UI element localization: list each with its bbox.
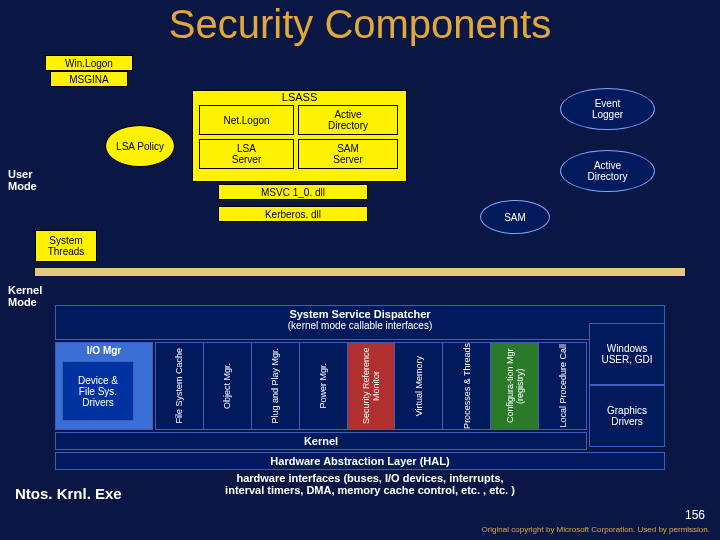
lsa-policy-oval: LSA Policy <box>105 125 175 167</box>
kcol-file-system-cache: File System Cache <box>155 342 204 430</box>
page-number: 156 <box>685 508 705 522</box>
drivers-box: Device & File Sys. Drivers <box>62 361 134 421</box>
kernel-mode-label: Kernel Mode <box>8 284 42 308</box>
dispatcher-sub: (kernel mode callable interfaces) <box>56 320 664 331</box>
kernel-bar: Kernel <box>55 432 587 450</box>
msvc-box: MSVC 1_0. dll <box>218 184 368 200</box>
kerberos-box: Kerberos. dll <box>218 206 368 222</box>
kcol-power-mgr: Power Mgr. <box>300 342 348 430</box>
sam-server-box: SAM Server <box>298 139 398 169</box>
hal-bar: Hardware Abstraction Layer (HAL) <box>55 452 665 470</box>
lsass-title: LSASS <box>193 91 406 103</box>
dispatcher-title: System Service Dispatcher <box>56 308 664 320</box>
kcol-config-mgr: Configura-tion Mgr (registry) <box>491 342 539 430</box>
mode-divider <box>35 268 685 276</box>
netlogon-box: Net.Logon <box>199 105 294 135</box>
hardware-interfaces-text: hardware interfaces (buses, I/O devices,… <box>160 472 580 496</box>
io-mgr-label: I/O Mgr <box>56 345 152 356</box>
io-mgr-box: I/O Mgr Device & File Sys. Drivers <box>55 342 153 430</box>
copyright-text: Original copyright by Microsoft Corporat… <box>481 525 710 534</box>
kcol-processes-threads: Processes & Threads <box>443 342 491 430</box>
dispatcher-panel: System Service Dispatcher (kernel mode c… <box>55 305 665 340</box>
kcol-lpc: Local Procedure Call <box>539 342 587 430</box>
sam-oval: SAM <box>480 200 550 234</box>
ntoskrnl-label: Ntos. Krnl. Exe <box>15 485 122 502</box>
active-directory-oval: Active Directory <box>560 150 655 192</box>
winlogon-box: Win.Logon <box>45 55 133 71</box>
system-threads-box: System Threads <box>35 230 97 262</box>
kcol-virtual-memory: Virtual Memory <box>395 342 443 430</box>
windows-user-gdi-box: Windows USER, GDI <box>589 323 665 385</box>
graphics-drivers-box: Graphics Drivers <box>589 385 665 447</box>
slide-title: Security Components <box>0 4 720 44</box>
msgina-box: MSGINA <box>50 71 128 87</box>
kcol-object-mgr: Object Mgr. <box>204 342 252 430</box>
right-column: Windows USER, GDI Graphics Drivers <box>589 323 665 450</box>
event-logger-oval: Event Logger <box>560 88 655 130</box>
lsass-container: LSASS Net.Logon Active Directory LSA Ser… <box>192 90 407 182</box>
active-directory-inner-box: Active Directory <box>298 105 398 135</box>
kcol-plug-play: Plug and Play Mgr. <box>252 342 300 430</box>
user-mode-label: User Mode <box>8 168 37 192</box>
kernel-columns: File System Cache Object Mgr. Plug and P… <box>155 342 587 430</box>
kcol-security-ref-monitor: Security Reference Monitor <box>348 342 396 430</box>
lsa-server-box: LSA Server <box>199 139 294 169</box>
